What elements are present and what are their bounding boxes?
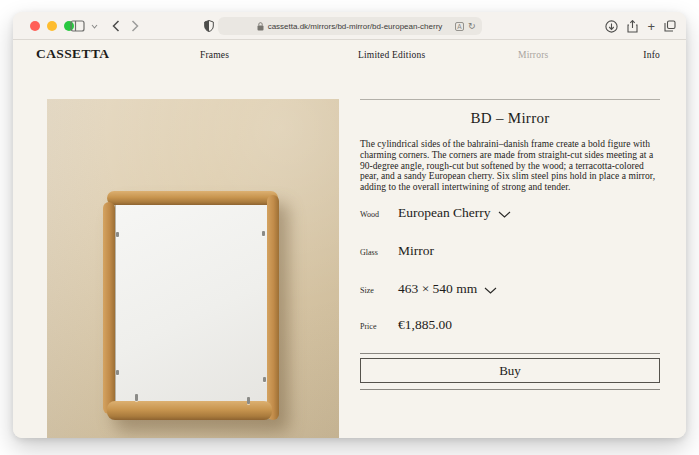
steel-pin <box>262 231 265 236</box>
nav-link-info[interactable]: Info <box>643 50 660 60</box>
wood-value: European Cherry <box>398 205 491 221</box>
webpage: CASSETTA Frames Limited Editions Mirrors… <box>13 40 686 438</box>
option-label: Size <box>360 286 374 295</box>
forward-icon[interactable] <box>131 20 139 32</box>
url-text: cassetta.dk/mirrors/bd-mirror/bd-europea… <box>268 22 443 31</box>
steel-pin <box>135 394 138 401</box>
browser-window: cassetta.dk/mirrors/bd-mirror/bd-europea… <box>13 12 686 438</box>
tab-overview-icon[interactable] <box>664 20 676 32</box>
downloads-icon[interactable] <box>605 20 618 33</box>
sidebar-chevron-down-icon[interactable] <box>91 24 98 29</box>
mirror-glass <box>115 205 267 402</box>
chevron-down-icon <box>484 287 497 294</box>
browser-toolbar: cassetta.dk/mirrors/bd-mirror/bd-europea… <box>13 12 686 40</box>
minimize-window-button[interactable] <box>47 21 57 31</box>
option-label: Price <box>360 322 376 331</box>
frame-rod-left <box>103 202 115 414</box>
reload-icon[interactable]: ↻ <box>468 22 476 31</box>
nav-link-mirrors[interactable]: Mirrors <box>518 50 548 60</box>
steel-pin <box>116 370 119 375</box>
back-icon[interactable] <box>112 20 120 32</box>
product-photo <box>47 99 339 438</box>
size-value: 463 × 540 mm <box>398 281 477 297</box>
option-row-glass: Glass Mirror <box>360 243 660 263</box>
sidebar-icon[interactable] <box>70 20 85 32</box>
frame-rod-right <box>267 195 279 420</box>
product-title: BD – Mirror <box>360 110 660 127</box>
svg-text:A: A <box>457 22 462 29</box>
site-header: CASSETTA Frames Limited Editions Mirrors… <box>13 40 686 71</box>
option-row-size: Size 463 × 540 mm <box>360 281 660 301</box>
share-icon[interactable] <box>627 20 638 33</box>
product-description: The cylindrical sides of the bahraini–da… <box>360 139 660 193</box>
buy-button[interactable]: Buy <box>360 358 660 383</box>
option-label: Wood <box>360 210 379 219</box>
nav-link-limited-editions[interactable]: Limited Editions <box>358 50 425 60</box>
chevron-down-icon <box>498 211 511 218</box>
frame-rod-top <box>107 191 278 205</box>
steel-pin <box>247 397 250 404</box>
product-info-panel: BD – Mirror The cylindrical sides of the… <box>360 99 660 438</box>
lock-icon <box>257 22 264 31</box>
wood-select[interactable]: European Cherry <box>398 205 511 221</box>
address-bar[interactable]: cassetta.dk/mirrors/bd-mirror/bd-europea… <box>218 17 482 35</box>
translate-icon[interactable]: A <box>455 22 464 31</box>
option-row-price: Price €1,885.00 <box>360 317 660 337</box>
option-row-wood: Wood European Cherry <box>360 205 660 225</box>
steel-pin <box>116 232 119 237</box>
price-value: €1,885.00 <box>398 317 452 333</box>
close-window-button[interactable] <box>30 21 40 31</box>
nav-link-frames[interactable]: Frames <box>200 50 229 60</box>
option-label: Glass <box>360 248 378 257</box>
window-controls <box>30 21 74 31</box>
site-logo[interactable]: CASSETTA <box>36 46 109 62</box>
buy-section: Buy <box>360 353 660 390</box>
glass-value: Mirror <box>398 243 434 259</box>
privacy-shield-icon[interactable] <box>204 20 214 32</box>
steel-pin <box>263 377 266 382</box>
mirror-frame-graphic <box>103 191 279 420</box>
new-tab-icon[interactable]: + <box>647 20 655 33</box>
size-select[interactable]: 463 × 540 mm <box>398 281 497 297</box>
